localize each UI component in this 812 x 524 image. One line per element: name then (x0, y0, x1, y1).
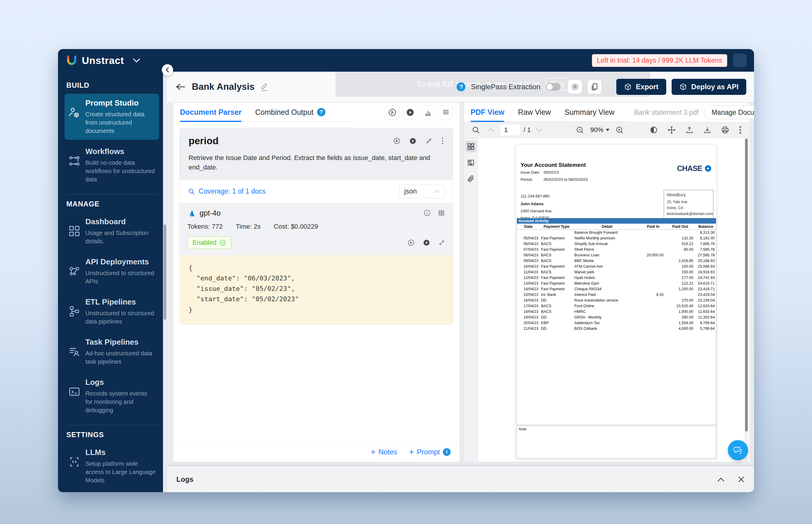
singlepass-help-icon[interactable]: ? (457, 82, 466, 91)
zoom-level-select[interactable]: 90% (590, 126, 609, 134)
expand-icon[interactable] (438, 240, 445, 246)
sidebar-item-task-pipelines[interactable]: Task Pipelines Ad-hoc unstructured data … (65, 333, 159, 371)
tab-document-parser[interactable]: Document Parser (180, 103, 242, 121)
table-row: 17/04/23 BACS Ford Online 10,525.40 12,6… (517, 303, 716, 309)
issue-date-value: 05/02/23 (544, 170, 559, 175)
pdf-search-icon[interactable] (472, 126, 480, 134)
account-activity-table: Account Activity Date Payment Type De (517, 218, 716, 425)
collapse-icon[interactable] (425, 137, 433, 145)
bar-chart-icon (424, 108, 432, 117)
singlepass-toggle[interactable] (546, 83, 561, 91)
run-all-filled-button[interactable] (403, 105, 417, 119)
prompt-run-icon[interactable] (393, 137, 400, 145)
theme-icon[interactable] (650, 126, 658, 134)
more-options-icon[interactable] (739, 126, 742, 134)
table-row: 09/04/23 BACS BBC Media 2,416.85 25,168.… (517, 258, 716, 263)
copy-button[interactable] (587, 80, 602, 94)
download-icon[interactable] (703, 126, 712, 134)
sidebar-item-dashboard[interactable]: Dashboard Usage and Subscription details… (65, 212, 159, 250)
sidebar-collapse-button[interactable] (162, 64, 173, 76)
avatar[interactable] (733, 54, 746, 67)
table-row: 16/04/23 DD Rove Automobiles service 270… (517, 297, 716, 303)
gear-icon (571, 83, 579, 91)
zoom-in-icon[interactable] (615, 126, 624, 134)
outline-button[interactable] (465, 157, 476, 168)
content: Bank Analysis To exit full screen, press… (167, 72, 754, 492)
add-notes-button[interactable]: + Notes (371, 448, 397, 456)
attachments-button[interactable] (465, 173, 476, 184)
sidebar-item-label: API Deployments (85, 257, 156, 266)
sidebar-item-desc: Usage and Subscription details. (85, 229, 156, 245)
help-chat-button[interactable]: ? (728, 440, 748, 460)
status-badge[interactable]: Enabled (188, 236, 231, 249)
next-page-icon[interactable] (535, 128, 543, 132)
table-row: 06/04/23 BACS Shopify Sub Annual 515.22 … (517, 241, 716, 247)
tab-summary-view[interactable]: Summary View (565, 103, 615, 121)
table-row: 15/04/23 Int. Bank Interest Paid 9.33 23… (517, 292, 716, 297)
prompt-info-icon[interactable]: i (443, 448, 451, 456)
sidebar-item-label: Logs (85, 378, 156, 387)
sidebar-item-api-deployments[interactable]: API Deployments Unstructured to structur… (65, 252, 159, 290)
sidebar-item-logs[interactable]: Logs Records system events for monitorin… (65, 373, 159, 419)
sidebar-item-llms[interactable]: LLMs Setup platform wide access to Large… (65, 443, 159, 489)
sidebar-item-label: ETL Pipelines (85, 297, 156, 307)
print-icon[interactable] (721, 126, 729, 134)
table-header-row: Date Payment Type Detail Paid In Paid Ou… (517, 224, 716, 230)
back-button[interactable] (175, 81, 186, 93)
table-icon[interactable] (438, 209, 445, 216)
deploy-as-api-button[interactable]: Deploy as API (671, 79, 746, 95)
pdf-scrollbar-thumb[interactable] (745, 138, 748, 431)
info-circle-icon[interactable] (424, 209, 431, 216)
manage-documents-button[interactable]: Manage Documents (704, 105, 754, 119)
edit-title-icon[interactable] (261, 82, 269, 91)
workflows-icon (68, 147, 81, 183)
task-pipelines-icon (68, 338, 81, 366)
settings-button[interactable] (568, 80, 582, 94)
account-number: 111-234-567-890 (520, 194, 550, 198)
tab-raw-view[interactable]: Raw View (518, 103, 551, 121)
sidebar-item-label: LLMs (85, 448, 156, 457)
coverage-link[interactable]: Coverage: 1 of 1 docs (188, 187, 265, 195)
model-run-filled-icon[interactable] (423, 239, 430, 246)
prompt-run-filled-icon[interactable] (409, 137, 417, 145)
kebab-menu-icon[interactable] (441, 137, 444, 145)
copy-icon (590, 83, 599, 91)
azure-openai-icon (188, 209, 195, 217)
upload-icon[interactable] (685, 126, 694, 134)
tab-combined-output[interactable]: Combined Output ? (255, 103, 325, 121)
tab-pdf-view[interactable]: PDF View (471, 103, 504, 121)
period-value: 05/02/2023 to 06/03/2023 (544, 177, 588, 182)
trial-badge: Left in trial: 14 days / 999.2K LLM Toke… (592, 54, 728, 67)
svg-text:?: ? (737, 448, 738, 452)
prompt-name: period (189, 135, 218, 147)
output-format-select[interactable]: json (399, 185, 444, 198)
model-run-icon[interactable] (407, 239, 415, 246)
brand[interactable]: Unstract (66, 54, 140, 66)
stats-button[interactable] (421, 105, 435, 119)
export-button[interactable]: Export (616, 79, 666, 95)
sidebar-item-workflows[interactable]: Workflows Build no-code data workflows f… (65, 142, 159, 188)
table-row: 10/04/23 Fast Payment ATM Carmel Ave 100… (517, 263, 716, 269)
address-line1: 2450 Harvard Ave, (520, 209, 552, 213)
sidebar-section-manage: MANAGE (66, 200, 157, 208)
prev-page-icon[interactable] (487, 128, 494, 132)
expand-logs-icon[interactable] (717, 477, 725, 482)
pan-icon[interactable] (667, 126, 676, 134)
list-view-button[interactable] (439, 105, 453, 119)
issue-date-label: Issue Date: (520, 170, 542, 175)
sidebar-scrollbar-thumb[interactable] (164, 225, 166, 320)
table-row: 12/04/23 Fast Payment Hyatt Hotels 177.0… (517, 275, 716, 280)
zoom-out-icon[interactable] (576, 126, 584, 134)
combined-output-help-icon[interactable]: ? (317, 108, 325, 116)
page-number-input[interactable]: 1 (500, 124, 520, 136)
chevron-down-icon[interactable] (133, 58, 140, 63)
thumbnails-button[interactable] (465, 141, 476, 152)
sidebar-item-vector-dbs[interactable]: Vector DBs Setup platform wide access to… (65, 492, 159, 492)
table-row: 19/04/23 DD GRSA - Monthly 280.00 11,353… (517, 314, 716, 320)
add-prompt-button[interactable]: + Prompt i (409, 448, 451, 456)
sidebar-item-etl-pipelines[interactable]: ETL Pipelines Unstructured to structured… (65, 293, 159, 330)
close-logs-icon[interactable] (738, 476, 745, 483)
sidebar-item-prompt-studio[interactable]: Prompt Studio Create structured data fro… (65, 94, 159, 140)
run-all-button[interactable] (385, 105, 400, 119)
output-json: { "end_date": "06/03/2023", "issue_date"… (180, 256, 453, 325)
